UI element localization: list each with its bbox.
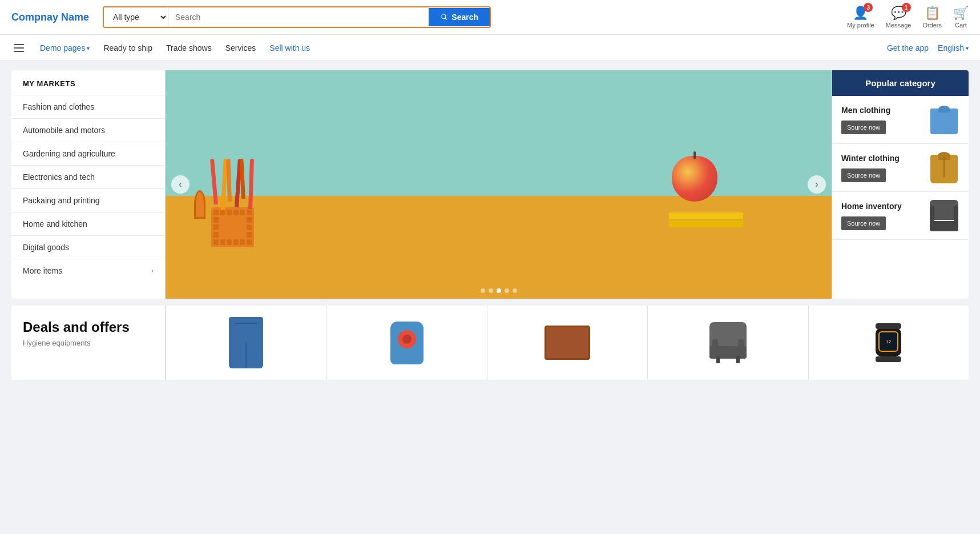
deal-product-leather[interactable] — [487, 306, 647, 380]
pencils — [214, 159, 252, 210]
pencil-holder-group — [211, 207, 254, 247]
cart-icon[interactable]: 🛒 Cart — [953, 6, 969, 29]
deal-product-chair[interactable] — [647, 306, 808, 380]
carousel-scene — [166, 70, 832, 299]
nav-demo-pages[interactable]: Demo pages ▾ — [40, 43, 90, 53]
jeans-image — [229, 317, 263, 368]
home-inventory-info: Home inventory Source now — [841, 201, 921, 230]
carousel-dot-3[interactable] — [497, 288, 501, 293]
winter-clothing-source-button[interactable]: Source now — [841, 168, 886, 182]
search-type-select[interactable]: All type Products Suppliers Categories — [104, 7, 168, 27]
nav-trade-shows[interactable]: Trade shows — [166, 43, 212, 53]
popular-category: Popular category Men clothing Source now — [832, 70, 969, 299]
chevron-down-icon: ▾ — [87, 45, 90, 51]
winter-clothing-image — [928, 152, 959, 183]
deals-section: Deals and offers Hygiene equipments — [11, 306, 969, 380]
nav-ready-to-ship[interactable]: Ready to ship — [103, 43, 152, 53]
jacket-shape — [930, 152, 958, 183]
category-winter-clothing: Winter clothing Source now — [832, 144, 969, 192]
navbar-left: Demo pages ▾ Ready to ship Trade shows S… — [11, 42, 310, 54]
men-clothing-source-button[interactable]: Source now — [841, 121, 886, 134]
deals-title: Deals and offers — [23, 319, 154, 335]
sidebar-item-gardening[interactable]: Gardening and agriculture — [11, 142, 165, 165]
winter-clothing-info: Winter clothing Source now — [841, 153, 921, 182]
deals-info: Deals and offers Hygiene equipments — [11, 306, 166, 380]
navbar: Demo pages ▾ Ready to ship Trade shows S… — [0, 35, 980, 61]
category-men-clothing: Men clothing Source now — [832, 96, 969, 144]
profile-label: My profile — [847, 22, 874, 29]
language-chevron-icon: ▾ — [966, 45, 969, 51]
category-home-inventory: Home inventory Source now — [832, 192, 969, 240]
deals-subtitle: Hygiene equipments — [23, 339, 154, 347]
hamburger-menu[interactable] — [11, 42, 26, 54]
nav-sell-with-us[interactable]: Sell with us — [269, 43, 310, 53]
scissors — [194, 190, 217, 224]
search-icon — [440, 13, 448, 21]
basket-grid — [211, 207, 254, 247]
armchair-shape — [930, 200, 958, 231]
men-clothing-name: Men clothing — [841, 105, 921, 115]
profile-badge: 3 — [864, 3, 873, 12]
carousel-prev-button[interactable]: ‹ — [171, 175, 189, 194]
backpack-image — [390, 322, 424, 364]
message-icon[interactable]: 💬 1 Message — [886, 6, 912, 29]
markets-sidebar: MY MARKETS Fashion and clothes Automobil… — [11, 70, 166, 299]
cart-glyph: 🛒 — [953, 6, 969, 21]
chair-image — [709, 322, 747, 363]
carousel-dot-1[interactable] — [481, 288, 485, 293]
carousel-dot-5[interactable] — [513, 288, 517, 293]
header: Compnay Name All type Products Suppliers… — [0, 0, 980, 35]
company-name[interactable]: Compnay Name — [11, 11, 91, 23]
search-input[interactable] — [168, 8, 429, 26]
basket — [211, 207, 254, 247]
hero-section: MY MARKETS Fashion and clothes Automobil… — [11, 70, 969, 299]
sidebar-item-fashion[interactable]: Fashion and clothes — [11, 95, 165, 118]
message-badge: 1 — [902, 3, 911, 12]
carousel-dots — [481, 288, 517, 293]
orders-label: Orders — [922, 22, 942, 29]
main-content: MY MARKETS Fashion and clothes Automobil… — [0, 61, 980, 389]
message-label: Message — [886, 22, 912, 29]
sidebar-item-more-items[interactable]: More items › — [11, 259, 165, 282]
apple-image — [672, 156, 717, 202]
sidebar-item-automobile[interactable]: Automobile and motors — [11, 118, 165, 142]
deal-product-watch[interactable]: 12 — [808, 306, 969, 380]
carousel-next-button[interactable]: › — [808, 175, 826, 194]
watch-image: 12 — [876, 323, 901, 362]
sidebar-item-packaging[interactable]: Packaing and printing — [11, 188, 165, 212]
more-items-arrow-icon: › — [151, 267, 154, 275]
search-button[interactable]: Search — [429, 8, 490, 26]
sidebar-item-electronics[interactable]: Electronics and tech — [11, 165, 165, 188]
nav-get-the-app[interactable]: Get the app — [887, 43, 929, 53]
sidebar-title: MY MARKETS — [11, 79, 165, 95]
men-clothing-info: Men clothing Source now — [841, 105, 921, 134]
search-bar: All type Products Suppliers Categories S… — [103, 6, 491, 28]
carousel-dot-4[interactable] — [505, 288, 509, 293]
hero-carousel: ‹ › — [166, 70, 832, 299]
orders-icon[interactable]: 📋 Orders — [922, 6, 942, 29]
deal-product-jeans[interactable] — [166, 306, 326, 380]
carousel-dot-2[interactable] — [489, 288, 493, 293]
men-clothing-image — [928, 104, 959, 135]
deals-products: 12 — [166, 306, 969, 380]
home-inventory-name: Home inventory — [841, 201, 921, 211]
nav-services[interactable]: Services — [225, 43, 256, 53]
popular-category-header: Popular category — [832, 70, 969, 96]
header-icons: 👤 3 My profile 💬 1 Message 📋 Orders 🛒 Ca… — [847, 6, 969, 29]
sidebar-item-home-kitchen[interactable]: Home and kitchen — [11, 212, 165, 235]
sidebar-item-digital[interactable]: Digital goods — [11, 235, 165, 259]
orders-glyph: 📋 — [925, 6, 940, 21]
home-inventory-image — [928, 200, 959, 231]
winter-clothing-name: Winter clothing — [841, 153, 921, 163]
notebook — [669, 212, 743, 227]
carousel-surface — [166, 196, 832, 299]
leather-image — [545, 326, 590, 360]
navbar-right: Get the app English ▾ — [887, 43, 969, 53]
shirt-shape — [930, 106, 958, 134]
nav-language[interactable]: English ▾ — [938, 43, 969, 53]
cart-label: Cart — [955, 22, 967, 29]
home-inventory-source-button[interactable]: Source now — [841, 216, 886, 230]
my-profile-icon[interactable]: 👤 3 My profile — [847, 6, 874, 29]
deal-product-backpack[interactable] — [326, 306, 486, 380]
